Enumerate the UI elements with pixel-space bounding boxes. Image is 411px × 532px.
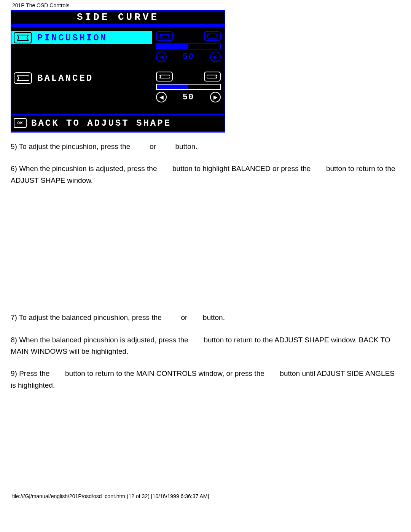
text: 9) Press the <box>11 369 52 377</box>
slider-fill <box>157 85 188 89</box>
step-8: 8) When the balanced pincushion is adjus… <box>11 334 400 358</box>
increase-button[interactable]: ▶ <box>210 51 221 62</box>
step-5: 5) To adjust the pincushion, press the o… <box>11 141 400 152</box>
osd-row-controls: ◀ 50 ▶ <box>156 72 221 103</box>
pincushion-concave-icon <box>156 31 173 41</box>
osd-divider <box>11 24 225 27</box>
slider-value: 50 <box>183 93 194 102</box>
step-6: 6) When the pincushion is adjusted, pres… <box>11 163 400 186</box>
page-header: 201P The OSD Controls <box>11 0 400 10</box>
balanced-icon <box>14 72 32 84</box>
osd-footer-text: BACK TO ADJUST SHAPE <box>31 118 171 128</box>
decrease-button[interactable]: ◀ <box>156 92 167 102</box>
osd-footer[interactable]: OK BACK TO ADJUST SHAPE <box>11 115 225 131</box>
pincushion-convex-icon <box>204 31 221 41</box>
osd-row-pincushion[interactable]: PINCUSHION ◀ 50 ▶ <box>11 27 225 69</box>
slider-track[interactable] <box>156 84 221 90</box>
osd-row-label: BALANCED <box>37 73 93 83</box>
text: button. <box>203 313 225 321</box>
text: 8) When the balanced pincushion is adjus… <box>11 336 190 344</box>
text: button to return to the MAIN CONTROLS wi… <box>65 369 266 377</box>
osd-body: PINCUSHION ◀ 50 ▶ <box>11 27 225 114</box>
osd-row-label: PINCUSHION <box>37 33 107 43</box>
osd-row-label-wrap: PINCUSHION <box>11 31 152 44</box>
text: or <box>181 313 189 321</box>
balanced-left-icon <box>156 72 173 81</box>
slider-track[interactable] <box>156 43 221 50</box>
text: 7) To adjust the balanced pincushion, pr… <box>11 313 164 321</box>
text: 6) When the pincushion is adjusted, pres… <box>11 165 159 173</box>
page-footer: file:///G|/manual/english/201P/osd/osd_c… <box>11 490 400 502</box>
slider-fill <box>157 44 188 49</box>
text: button to highlight BALANCED or press th… <box>172 165 313 173</box>
instruction-block: 5) To adjust the pincushion, press the o… <box>11 141 400 186</box>
step-9: 9) Press the button to return to the MAI… <box>11 368 400 391</box>
osd-row-controls: ◀ 50 ▶ <box>156 31 221 62</box>
balanced-right-icon <box>204 72 221 81</box>
pincushion-icon <box>14 32 32 43</box>
decrease-button[interactable]: ◀ <box>156 51 167 62</box>
osd-title: SIDE CURVE <box>11 11 225 24</box>
osd-row-label-wrap: BALANCED <box>11 72 152 85</box>
text: 5) To adjust the pincushion, press the <box>11 142 132 150</box>
image-placeholder <box>11 197 400 304</box>
increase-button[interactable]: ▶ <box>210 92 221 102</box>
osd-window: SIDE CURVE PINCUSHION ◀ <box>11 10 225 133</box>
osd-row-balanced[interactable]: BALANCED ◀ 50 ▶ <box>11 69 225 113</box>
text: button. <box>175 142 197 150</box>
slider-value: 50 <box>183 52 194 62</box>
ok-icon: OK <box>14 118 27 128</box>
step-7: 7) To adjust the balanced pincushion, pr… <box>11 312 400 323</box>
instruction-block-2: 7) To adjust the balanced pincushion, pr… <box>11 312 400 391</box>
text: or <box>150 142 158 150</box>
